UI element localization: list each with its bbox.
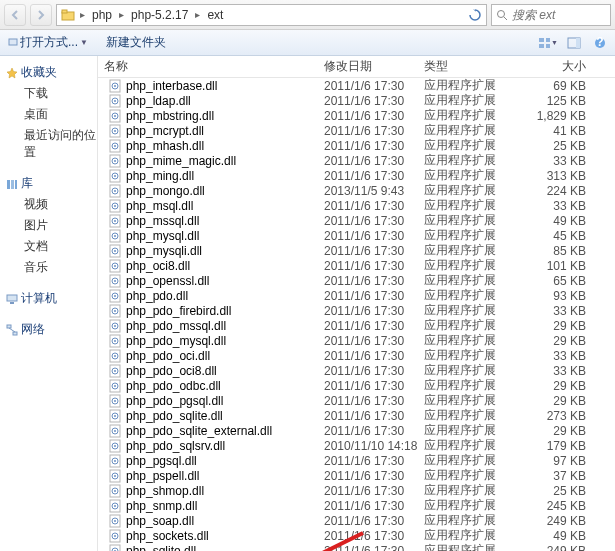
file-name: php_pdo.dll — [126, 289, 188, 303]
file-row[interactable]: php_shmop.dll2011/1/6 17:30应用程序扩展25 KB — [98, 483, 615, 498]
svg-point-45 — [114, 190, 116, 192]
sidebar-item-pictures[interactable]: 图片 — [6, 215, 97, 236]
file-row[interactable]: php_interbase.dll2011/1/6 17:30应用程序扩展69 … — [98, 78, 615, 93]
search-input[interactable] — [512, 8, 592, 22]
library-icon — [6, 178, 18, 190]
file-row[interactable]: php_pdo_sqlite_external.dll2011/1/6 17:3… — [98, 423, 615, 438]
file-row[interactable]: php_mysqli.dll2011/1/6 17:30应用程序扩展85 KB — [98, 243, 615, 258]
column-header-name[interactable]: 名称 — [98, 58, 318, 75]
file-row[interactable]: php_pdo_mssql.dll2011/1/6 17:30应用程序扩展29 … — [98, 318, 615, 333]
sidebar-item-downloads[interactable]: 下载 — [6, 83, 97, 104]
file-row[interactable]: php_mhash.dll2011/1/6 17:30应用程序扩展25 KB — [98, 138, 615, 153]
file-row[interactable]: php_openssl.dll2011/1/6 17:30应用程序扩展65 KB — [98, 273, 615, 288]
dll-file-icon — [108, 109, 122, 123]
breadcrumb[interactable]: ▸ php ▸ php-5.2.17 ▸ ext — [56, 4, 487, 26]
file-row[interactable]: php_pdo_oci8.dll2011/1/6 17:30应用程序扩展33 K… — [98, 363, 615, 378]
column-header-size[interactable]: 大小 — [518, 58, 598, 75]
crumb-item[interactable]: php-5.2.17 — [129, 8, 190, 22]
sidebar-network-header[interactable]: 网络 — [6, 317, 97, 340]
file-row[interactable]: php_pdo.dll2011/1/6 17:30应用程序扩展93 KB — [98, 288, 615, 303]
file-size: 245 KB — [518, 499, 598, 513]
file-size: 273 KB — [518, 409, 598, 423]
file-date: 2011/1/6 17:30 — [318, 454, 418, 468]
file-date: 2011/1/6 17:30 — [318, 364, 418, 378]
new-folder-button[interactable]: 新建文件夹 — [106, 34, 166, 51]
dll-file-icon — [108, 274, 122, 288]
file-name: php_pdo_sqlite_external.dll — [126, 424, 272, 438]
column-header-type[interactable]: 类型 — [418, 58, 518, 75]
sidebar-favorites-header[interactable]: 收藏夹 — [6, 60, 97, 83]
svg-rect-15 — [11, 180, 14, 189]
crumb-item[interactable]: ext — [205, 8, 225, 22]
file-row[interactable]: php_pgsql.dll2011/1/6 17:30应用程序扩展97 KB — [98, 453, 615, 468]
file-row[interactable]: php_pdo_pgsql.dll2011/1/6 17:30应用程序扩展29 … — [98, 393, 615, 408]
svg-rect-19 — [7, 325, 11, 328]
svg-line-21 — [9, 328, 15, 332]
dll-file-icon — [108, 454, 122, 468]
file-date: 2011/1/6 17:30 — [318, 379, 418, 393]
file-row[interactable]: php_pspell.dll2011/1/6 17:30应用程序扩展37 KB — [98, 468, 615, 483]
preview-pane-button[interactable] — [563, 33, 585, 53]
file-row[interactable]: php_ming.dll2011/1/6 17:30应用程序扩展313 KB — [98, 168, 615, 183]
dll-file-icon — [108, 409, 122, 423]
file-row[interactable]: php_soap.dll2011/1/6 17:30应用程序扩展249 KB — [98, 513, 615, 528]
file-row[interactable]: php_oci8.dll2011/1/6 17:30应用程序扩展101 KB — [98, 258, 615, 273]
nav-forward-button[interactable] — [30, 4, 52, 26]
svg-point-75 — [114, 340, 116, 342]
crumb-item[interactable]: php — [90, 8, 114, 22]
open-with-button[interactable]: 打开方式... ▼ — [8, 34, 88, 51]
dll-file-icon — [108, 259, 122, 273]
file-row[interactable]: php_mssql.dll2011/1/6 17:30应用程序扩展49 KB — [98, 213, 615, 228]
svg-rect-6 — [546, 38, 550, 42]
svg-point-33 — [114, 130, 116, 132]
sidebar-item-music[interactable]: 音乐 — [6, 257, 97, 278]
dll-file-icon — [108, 214, 122, 228]
file-row[interactable]: php_pdo_odbc.dll2011/1/6 17:30应用程序扩展29 K… — [98, 378, 615, 393]
file-size: 179 KB — [518, 439, 598, 453]
sidebar-item-videos[interactable]: 视频 — [6, 194, 97, 215]
file-date: 2011/1/6 17:30 — [318, 124, 418, 138]
file-row[interactable]: php_mysql.dll2011/1/6 17:30应用程序扩展45 KB — [98, 228, 615, 243]
svg-rect-7 — [539, 44, 544, 48]
sidebar-item-recent[interactable]: 最近访问的位置 — [6, 125, 97, 163]
file-row[interactable]: php_mongo.dll2013/11/5 9:43应用程序扩展224 KB — [98, 183, 615, 198]
dll-file-icon — [108, 154, 122, 168]
file-size: 85 KB — [518, 244, 598, 258]
help-button[interactable]: ? — [589, 33, 611, 53]
file-row[interactable]: php_pdo_sqlite.dll2011/1/6 17:30应用程序扩展27… — [98, 408, 615, 423]
file-name: php_pdo_oci.dll — [126, 349, 210, 363]
file-row[interactable]: php_snmp.dll2011/1/6 17:30应用程序扩展245 KB — [98, 498, 615, 513]
file-row[interactable]: php_ldap.dll2011/1/6 17:30应用程序扩展125 KB — [98, 93, 615, 108]
file-row[interactable]: php_sockets.dll2011/1/6 17:30应用程序扩展49 KB — [98, 528, 615, 543]
sidebar-computer-header[interactable]: 计算机 — [6, 286, 97, 309]
file-row[interactable]: php_pdo_mysql.dll2011/1/6 17:30应用程序扩展29 … — [98, 333, 615, 348]
file-row[interactable]: php_mbstring.dll2011/1/6 17:30应用程序扩展1,82… — [98, 108, 615, 123]
file-row[interactable]: php_msql.dll2011/1/6 17:30应用程序扩展33 KB — [98, 198, 615, 213]
refresh-icon — [469, 9, 481, 21]
file-row[interactable]: php_mcrypt.dll2011/1/6 17:30应用程序扩展41 KB — [98, 123, 615, 138]
file-date: 2011/1/6 17:30 — [318, 349, 418, 363]
svg-point-108 — [114, 505, 116, 507]
sidebar-item-documents[interactable]: 文档 — [6, 236, 97, 257]
dll-file-icon — [108, 364, 122, 378]
refresh-button[interactable] — [464, 4, 486, 26]
view-options-button[interactable]: ▼ — [537, 33, 559, 53]
nav-back-button[interactable] — [4, 4, 26, 26]
file-date: 2011/1/6 17:30 — [318, 109, 418, 123]
file-row[interactable]: php_pdo_sqlsrv.dll2010/11/10 14:18应用程序扩展… — [98, 438, 615, 453]
file-row[interactable]: php_pdo_oci.dll2011/1/6 17:30应用程序扩展33 KB — [98, 348, 615, 363]
search-box[interactable] — [491, 4, 611, 26]
file-row[interactable]: php_pdo_firebird.dll2011/1/6 17:30应用程序扩展… — [98, 303, 615, 318]
column-header-date[interactable]: 修改日期 — [318, 58, 418, 75]
column-headers: 名称 修改日期 类型 大小 — [98, 56, 615, 78]
svg-rect-10 — [576, 38, 580, 48]
file-size: 29 KB — [518, 334, 598, 348]
svg-point-114 — [114, 535, 116, 537]
file-row[interactable]: php_mime_magic.dll2011/1/6 17:30应用程序扩展33… — [98, 153, 615, 168]
svg-line-3 — [504, 17, 507, 20]
sidebar-item-desktop[interactable]: 桌面 — [6, 104, 97, 125]
svg-rect-1 — [62, 10, 67, 13]
file-row[interactable]: php_sqlite.dll2011/1/6 17:30应用程序扩展249 KB — [98, 543, 615, 551]
file-size: 101 KB — [518, 259, 598, 273]
sidebar-libraries-header[interactable]: 库 — [6, 171, 97, 194]
